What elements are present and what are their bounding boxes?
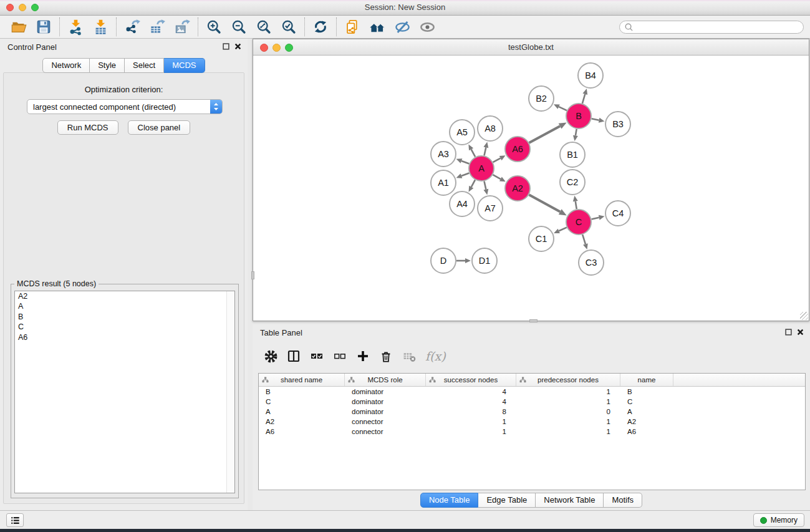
graph-node-C3[interactable]: C3 — [579, 250, 604, 275]
graph-edge-C-C4[interactable] — [591, 215, 604, 220]
table-cell[interactable]: 1 — [516, 428, 620, 435]
graph-node-A8[interactable]: A8 — [478, 116, 503, 141]
table-cell[interactable]: A — [259, 408, 345, 415]
maximize-window-button[interactable] — [31, 4, 39, 11]
table-cell[interactable]: connector — [345, 428, 426, 435]
delete-columns-button[interactable] — [378, 348, 394, 364]
zoom-fit-button[interactable] — [251, 16, 276, 37]
graph-edge-B-B3[interactable] — [592, 118, 605, 123]
hide-selected-button[interactable] — [390, 16, 415, 37]
table-cell[interactable]: B — [259, 388, 345, 395]
network-maximize-button[interactable] — [285, 44, 293, 52]
function-builder-button[interactable]: f(x) — [424, 348, 446, 364]
task-history-button[interactable] — [6, 513, 24, 527]
table-row[interactable]: A6connector11A6 — [259, 427, 805, 437]
float-panel-icon[interactable] — [223, 43, 229, 50]
tab-select[interactable]: Select — [125, 58, 164, 73]
column-header-name[interactable]: name — [620, 374, 673, 386]
float-panel-icon[interactable] — [785, 329, 792, 336]
graph-node-C[interactable]: C — [566, 210, 591, 235]
export-table-button[interactable] — [145, 16, 170, 37]
table-row[interactable]: Adominator80A — [259, 407, 805, 417]
table-cell[interactable]: 4 — [426, 388, 516, 395]
export-network-button[interactable] — [120, 16, 145, 37]
new-network-from-selection-button[interactable] — [340, 16, 365, 37]
graph-edge-A-A7[interactable] — [483, 181, 488, 195]
first-neighbors-button[interactable] — [365, 16, 390, 37]
graph-edge-B-B2[interactable] — [554, 104, 567, 110]
zoom-selected-button[interactable] — [276, 16, 301, 37]
column-header-predecessor-nodes[interactable]: predecessor nodes — [516, 374, 620, 386]
graph-edge-B-B1[interactable] — [573, 129, 578, 142]
graph-node-D1[interactable]: D1 — [472, 248, 497, 273]
table-row[interactable]: Cdominator41C — [259, 397, 805, 407]
column-header-mcds-role[interactable]: MCDS role — [345, 374, 426, 386]
table-cell[interactable]: dominator — [345, 408, 426, 415]
table-cell[interactable]: A2 — [259, 418, 345, 425]
network-canvas[interactable]: B4B2BB3B1A5A8A6A3AA1A2C2A4A7C4CC1C3DD1 — [253, 56, 809, 321]
table-row[interactable]: A2connector11A2 — [259, 417, 805, 427]
graph-node-B2[interactable]: B2 — [529, 86, 554, 111]
table-cell[interactable]: 4 — [426, 398, 516, 405]
table-cell[interactable]: dominator — [345, 398, 426, 405]
export-image-button[interactable] — [170, 16, 195, 37]
network-close-button[interactable] — [260, 44, 268, 52]
graph-edge-C-C3[interactable] — [582, 235, 588, 249]
table-cell[interactable]: connector — [345, 418, 426, 425]
table-cell[interactable]: 8 — [426, 408, 516, 415]
save-session-button[interactable] — [31, 16, 56, 37]
mcds-result-item[interactable]: A6 — [15, 332, 234, 342]
open-file-button[interactable] — [6, 16, 31, 37]
graph-edge-A-A6[interactable] — [493, 155, 506, 162]
memory-button[interactable]: Memory — [753, 513, 804, 527]
apply-layout-button[interactable] — [308, 16, 333, 37]
graph-edge-A6-B[interactable] — [529, 122, 566, 143]
table-cell[interactable]: B — [620, 388, 673, 395]
mcds-list-scrollbar[interactable] — [226, 291, 234, 493]
vertical-splitter-handle[interactable] — [251, 271, 254, 279]
graph-edge-C-C2[interactable] — [573, 196, 578, 210]
tab-motifs[interactable]: Motifs — [604, 493, 642, 508]
tab-network[interactable]: Network — [42, 58, 90, 73]
delete-table-button[interactable] — [401, 348, 417, 364]
window-resize-grip[interactable] — [800, 312, 808, 320]
table-cell[interactable]: 0 — [516, 408, 620, 415]
search-input[interactable] — [634, 22, 799, 32]
table-cell[interactable]: 1 — [516, 388, 620, 395]
close-window-button[interactable] — [6, 4, 14, 11]
graph-edge-A-A5[interactable] — [468, 144, 475, 157]
close-panel-icon[interactable] — [797, 329, 804, 336]
column-header-successor-nodes[interactable]: successor nodes — [426, 374, 516, 386]
close-panel-icon[interactable] — [234, 43, 241, 50]
graph-node-D[interactable]: D — [431, 248, 456, 273]
graph-node-B4[interactable]: B4 — [578, 63, 603, 88]
mcds-result-item[interactable]: A — [15, 301, 234, 311]
graph-edge-A-A2[interactable] — [493, 175, 505, 181]
tab-style[interactable]: Style — [90, 58, 125, 73]
horizontal-splitter-handle[interactable] — [529, 319, 538, 322]
table-cell[interactable]: A6 — [259, 428, 345, 435]
table-cell[interactable]: dominator — [345, 388, 426, 395]
graph-node-A5[interactable]: A5 — [450, 120, 475, 145]
mcds-result-item[interactable]: C — [15, 322, 234, 332]
graph-node-B1[interactable]: B1 — [560, 142, 585, 167]
graph-node-C4[interactable]: C4 — [605, 201, 630, 226]
mcds-result-item[interactable]: B — [15, 312, 234, 322]
table-options-button[interactable] — [263, 348, 279, 364]
column-header-shared-name[interactable]: shared name — [259, 374, 345, 386]
table-cell[interactable]: A2 — [620, 418, 673, 425]
show-all-button[interactable] — [415, 16, 440, 37]
graph-edge-A-A1[interactable] — [456, 173, 470, 178]
graph-edge-D-D1[interactable] — [456, 258, 471, 263]
table-cell[interactable]: A — [620, 408, 673, 415]
graph-node-B3[interactable]: B3 — [605, 112, 630, 137]
graph-edge-A2-C[interactable] — [529, 195, 566, 215]
graph-node-A3[interactable]: A3 — [431, 142, 456, 167]
zoom-out-button[interactable] — [226, 16, 251, 37]
graph-edge-C-C1[interactable] — [554, 228, 567, 233]
network-window-titlebar[interactable]: testGlobe.txt — [253, 39, 809, 56]
minimize-window-button[interactable] — [19, 4, 26, 11]
graph-node-A7[interactable]: A7 — [478, 196, 503, 221]
graph-edge-A-A8[interactable] — [483, 142, 488, 155]
graph-node-A6[interactable]: A6 — [505, 137, 530, 162]
